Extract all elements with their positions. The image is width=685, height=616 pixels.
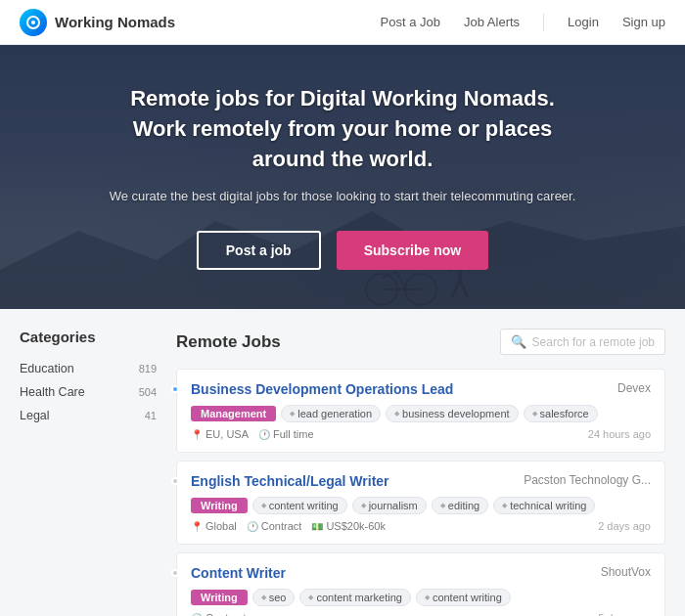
sidebar-badge-education: 819 (139, 363, 157, 374)
job-meta-1: EU, USA Full time 24 hours ago (191, 428, 651, 440)
job-company-2: Pacston Technology G... (524, 473, 651, 487)
job-tag-2-3: technical writing (493, 497, 595, 514)
job-tags-2: Writing content writing journalism editi… (191, 497, 651, 514)
job-tag-2-0: content writing (252, 497, 347, 514)
search-box[interactable]: 🔍 Search for a remote job (500, 329, 665, 355)
hero-content: Remote jobs for Digital Working Nomads. … (88, 84, 597, 269)
job-tag-2-1: journalism (352, 497, 427, 514)
job-card-header-2: English Technical/Legal Writer Pacston T… (191, 473, 651, 489)
job-location-1: EU, USA (191, 428, 249, 440)
job-tags-3: Writing seo content marketing content wr… (191, 589, 651, 606)
job-list-header: Remote Jobs 🔍 Search for a remote job (176, 329, 665, 355)
job-dot-1 (171, 385, 179, 393)
navbar: Working Nomads Post a Job Job Alerts Log… (0, 0, 685, 45)
job-category-tag-1[interactable]: Management (191, 406, 276, 421)
job-title-2[interactable]: English Technical/Legal Writer (191, 473, 389, 489)
nav-post-job[interactable]: Post a Job (381, 15, 440, 29)
sidebar-title: Categories (20, 329, 157, 345)
sidebar: Categories Education 819 Health Care 504… (20, 329, 157, 427)
job-tag-1-1: business development (386, 405, 518, 422)
job-type-1: Full time (258, 428, 314, 440)
job-card-1: Business Development Operations Lead Dev… (176, 369, 665, 453)
sidebar-label-legal: Legal (20, 409, 50, 422)
job-location-2: Global (191, 520, 237, 532)
job-tags-1: Management lead generation business deve… (191, 405, 651, 422)
job-meta-left-2: Global Contract US$20k-60k (191, 520, 386, 532)
job-meta-left-3: Contract (191, 612, 247, 616)
job-meta-2: Global Contract US$20k-60k 2 days ago (191, 520, 651, 532)
search-placeholder: Search for a remote job (532, 335, 655, 349)
svg-point-1 (31, 21, 35, 24)
sidebar-label-education: Education (20, 362, 74, 375)
brand-name: Working Nomads (55, 14, 175, 30)
job-category-tag-3[interactable]: Writing (191, 590, 248, 605)
sidebar-item-education[interactable]: Education 819 (20, 357, 157, 380)
job-title-1[interactable]: Business Development Operations Lead (191, 381, 453, 397)
brand-logo (20, 9, 47, 36)
job-type-2: Contract (247, 520, 302, 532)
main-content: Categories Education 819 Health Care 504… (0, 309, 685, 616)
job-meta-3: Contract 5 days ago (191, 612, 651, 616)
job-tag-3-0: seo (252, 589, 296, 606)
job-tag-3-1: content marketing (299, 589, 410, 606)
job-dot-2 (171, 477, 179, 485)
job-time-1: 24 hours ago (588, 428, 651, 440)
job-list-title: Remote Jobs (176, 332, 281, 352)
job-dot-3 (171, 569, 179, 577)
navbar-links: Post a Job Job Alerts Login Sign up (381, 14, 665, 31)
hero-subtitle: We curate the best digital jobs for thos… (108, 187, 577, 207)
job-tag-1-0: lead generation (281, 405, 381, 422)
sidebar-badge-legal: 41 (145, 410, 157, 421)
job-salary-2: US$20k-60k (311, 520, 386, 532)
job-card-header-1: Business Development Operations Lead Dev… (191, 381, 651, 397)
job-category-tag-2[interactable]: Writing (191, 498, 248, 513)
job-title-3[interactable]: Content Writer (191, 565, 286, 581)
hero-title: Remote jobs for Digital Working Nomads. … (108, 84, 577, 174)
job-card-2: English Technical/Legal Writer Pacston T… (176, 461, 665, 545)
nav-job-alerts[interactable]: Job Alerts (464, 15, 520, 29)
search-icon: 🔍 (511, 334, 526, 349)
post-job-button[interactable]: Post a job (197, 231, 321, 270)
subscribe-button[interactable]: Subscribe now (337, 231, 489, 270)
job-tag-1-2: salesforce (524, 405, 598, 422)
job-company-1: Devex (617, 381, 651, 395)
nav-login[interactable]: Login (568, 15, 599, 29)
job-card-header-3: Content Writer ShoutVox (191, 565, 651, 581)
job-type-3: Contract (191, 612, 247, 616)
hero-section: Remote jobs for Digital Working Nomads. … (0, 45, 685, 309)
brand: Working Nomads (20, 9, 381, 36)
job-list-section: Remote Jobs 🔍 Search for a remote job Bu… (176, 329, 665, 616)
hero-buttons: Post a job Subscribe now (108, 231, 577, 270)
sidebar-item-legal[interactable]: Legal 41 (20, 404, 157, 427)
sidebar-label-healthcare: Health Care (20, 385, 85, 399)
job-time-3: 5 days ago (598, 612, 651, 616)
job-card-3: Content Writer ShoutVox Writing seo cont… (176, 552, 665, 616)
nav-divider (543, 14, 544, 31)
nav-signup[interactable]: Sign up (622, 15, 665, 29)
sidebar-item-healthcare[interactable]: Health Care 504 (20, 380, 157, 404)
job-company-3: ShoutVox (601, 565, 651, 579)
sidebar-badge-healthcare: 504 (139, 386, 157, 398)
job-time-2: 2 days ago (598, 520, 651, 532)
job-tag-2-2: editing (432, 497, 488, 514)
job-tag-3-2: content writing (416, 589, 511, 606)
job-meta-left-1: EU, USA Full time (191, 428, 314, 440)
